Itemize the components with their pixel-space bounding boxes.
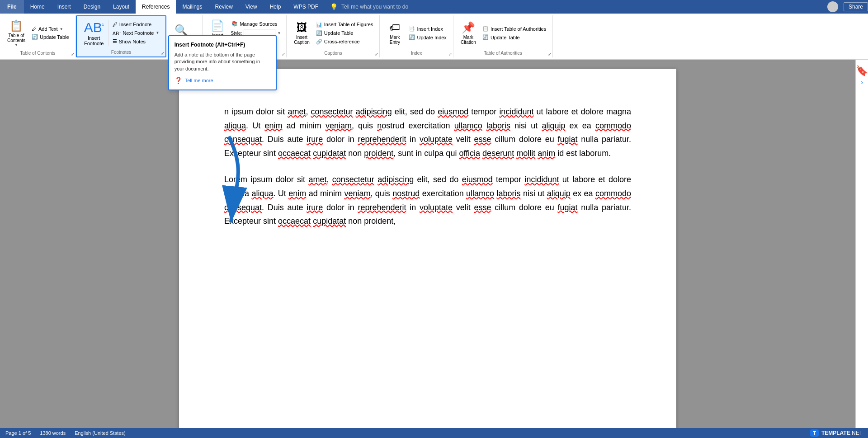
- toc-group-label: Table of Contents: [20, 49, 55, 56]
- insert-caption-button[interactable]: 🖼 InsertCaption: [290, 17, 313, 49]
- insert-citation-icon: 📄: [211, 19, 224, 32]
- tab-home[interactable]: Home: [24, 0, 51, 14]
- tab-help[interactable]: Help: [264, 0, 288, 14]
- toa-group-label: Table of Authorities: [484, 49, 522, 56]
- toc-col: 📋 Table ofContents ▼: [4, 17, 29, 49]
- toc-expand-button[interactable]: ⤢: [71, 52, 75, 57]
- captions-group-label: Captions: [324, 49, 342, 56]
- toc-group-inner: 📋 Table ofContents ▼ 🖊 Add Text ▼ 🔄: [4, 17, 72, 49]
- toa-side-col: 📋 Insert Table of Authorities 🔄 Update T…: [480, 17, 549, 49]
- help-circle-icon: ❓: [175, 77, 182, 84]
- next-footnote-button[interactable]: AB↓ Next Footnote ▼: [110, 29, 162, 37]
- update-table-toa-icon: 🔄: [482, 34, 489, 40]
- show-notes-button[interactable]: ☰ Show Notes: [110, 38, 162, 45]
- add-text-icon: 🖊: [32, 26, 37, 32]
- tab-layout[interactable]: Layout: [107, 0, 136, 14]
- brand-name: TEMPLATE.NET: [821, 430, 863, 436]
- right-sidebar: 🔖 ›: [855, 60, 868, 428]
- insert-tof-label: Insert Table of Figures: [324, 22, 373, 27]
- insert-index-icon: 📑: [409, 26, 415, 32]
- next-footnote-label: Next Footnote: [123, 30, 154, 36]
- share-button[interactable]: Share: [844, 2, 868, 11]
- insert-toa-button[interactable]: 📋 Insert Table of Authorities: [480, 25, 549, 33]
- tab-insert[interactable]: Insert: [51, 0, 77, 14]
- insert-index-button[interactable]: 📑 Insert Index: [406, 25, 449, 33]
- insert-tof-icon: 📊: [316, 22, 322, 28]
- tab-wpspdf[interactable]: WPS PDF: [287, 0, 325, 14]
- tab-view[interactable]: View: [239, 0, 264, 14]
- add-text-button[interactable]: 🖊 Add Text ▼: [29, 25, 72, 33]
- word-count: 1380 words: [40, 430, 66, 436]
- footnotes-expand-button[interactable]: ⤢: [161, 51, 165, 56]
- captions-side-col: 📊 Insert Table of Figures 🔄 Update Table…: [313, 17, 376, 49]
- tab-review[interactable]: Review: [208, 0, 239, 14]
- insert-toa-icon: 📋: [482, 26, 489, 32]
- menu-bar-right: Share: [827, 0, 868, 14]
- manage-sources-button[interactable]: 📚 Manage Sources: [229, 20, 283, 28]
- doc-paragraph-2: Lorem ipsum dolor sit amet, consectetur …: [224, 173, 631, 228]
- next-footnote-icon: AB↓: [113, 30, 121, 36]
- document-scroll-area[interactable]: n ipsum dolor sit amet, consectetur adip…: [0, 60, 855, 428]
- update-table-toc-button[interactable]: 🔄 Update Table: [29, 33, 72, 41]
- table-of-contents-button[interactable]: 📋 Table ofContents ▼: [4, 18, 29, 49]
- insert-footnote-large-btn[interactable]: AB¹ InsertFootnote: [80, 18, 108, 48]
- status-bar-right: T TEMPLATE.NET: [810, 429, 863, 437]
- tooltip-link-label: Tell me more: [185, 78, 213, 83]
- ribbon: 📋 Table ofContents ▼ 🖊 Add Text ▼ 🔄: [0, 14, 868, 60]
- insert-endnote-button[interactable]: 🖊 Insert Endnote: [110, 21, 162, 28]
- mark-entry-button[interactable]: 🏷 MarkEntry: [383, 17, 406, 49]
- update-index-button[interactable]: 🔄 Update Index: [406, 33, 449, 41]
- update-index-label: Update Index: [417, 35, 446, 40]
- captions-expand-button[interactable]: ⤢: [375, 52, 378, 57]
- insert-index-label: Insert Index: [417, 26, 443, 32]
- add-text-label: Add Text: [38, 26, 58, 32]
- status-bar: Page 1 of 5 1380 words English (United S…: [0, 428, 868, 438]
- tooltip-description: Add a note at the bottom of the page pro…: [175, 52, 270, 72]
- mark-citation-label: MarkCitation: [461, 35, 476, 45]
- manage-sources-label: Manage Sources: [240, 21, 277, 27]
- search-icon: 🔍: [175, 24, 188, 37]
- style-dropdown-arrow: ▼: [277, 31, 281, 35]
- cross-reference-icon: 🔗: [316, 39, 322, 45]
- tab-mailings[interactable]: Mailings: [176, 0, 208, 14]
- sidebar-chevron-right[interactable]: ›: [861, 79, 863, 86]
- bookmark-icon[interactable]: 🔖: [856, 65, 868, 77]
- index-group-inner: 🏷 MarkEntry 📑 Insert Index 🔄 Update Inde…: [383, 17, 449, 49]
- insert-endnote-label: Insert Endnote: [119, 22, 152, 27]
- footnotes-group-inner: AB¹ InsertFootnote 🖊 Insert Endnote AB↓ …: [80, 18, 162, 48]
- insert-footnote-icon: AB¹: [84, 20, 104, 35]
- tooltip-link[interactable]: ❓ Tell me more: [175, 77, 270, 84]
- mark-citation-icon: 📌: [462, 21, 475, 34]
- mark-citation-button[interactable]: 📌 MarkCitation: [457, 17, 480, 49]
- document-page[interactable]: n ipsum dolor sit amet, consectetur adip…: [179, 69, 676, 428]
- citations-expand-button[interactable]: ⤢: [282, 52, 285, 57]
- tab-bar: File Home Insert Design Layout Reference…: [0, 0, 868, 14]
- toa-expand-button[interactable]: ⤢: [548, 52, 552, 57]
- add-text-arrow: ▼: [60, 27, 63, 31]
- mark-entry-label: MarkEntry: [390, 35, 400, 45]
- app-window: File Home Insert Design Layout Reference…: [0, 0, 868, 438]
- tab-design[interactable]: Design: [77, 0, 107, 14]
- show-notes-label: Show Notes: [119, 39, 146, 44]
- tell-me-input[interactable]: [341, 4, 432, 10]
- update-table-toa-button[interactable]: 🔄 Update Table: [480, 33, 549, 41]
- tab-file[interactable]: File: [0, 0, 24, 14]
- group-captions: 🖼 InsertCaption 📊 Insert Table of Figure…: [287, 15, 380, 57]
- insert-tof-button[interactable]: 📊 Insert Table of Figures: [313, 21, 376, 28]
- cross-reference-button[interactable]: 🔗 Cross-reference: [313, 38, 376, 46]
- toa-group-inner: 📌 MarkCitation 📋 Insert Table of Authori…: [457, 17, 549, 49]
- update-table-toc-label: Update Table: [40, 34, 69, 40]
- group-toa: 📌 MarkCitation 📋 Insert Table of Authori…: [453, 15, 553, 57]
- group-footnotes: AB¹ InsertFootnote 🖊 Insert Endnote AB↓ …: [76, 15, 167, 57]
- doc-paragraph-1: n ipsum dolor sit amet, consectetur adip…: [224, 105, 631, 160]
- index-side-col: 📑 Insert Index 🔄 Update Index: [406, 17, 449, 49]
- language: English (United States): [75, 430, 126, 436]
- update-index-icon: 🔄: [409, 34, 415, 40]
- index-expand-button[interactable]: ⤢: [448, 52, 452, 57]
- tell-me-bar: 💡: [325, 0, 827, 14]
- page-info: Page 1 of 5: [5, 430, 31, 436]
- tooltip-popup: Insert Footnote (Alt+Ctrl+F) Add a note …: [168, 35, 277, 90]
- update-table-captions-button[interactable]: 🔄 Update Table: [313, 29, 376, 37]
- tab-references[interactable]: References: [136, 0, 176, 14]
- toc-label: Table ofContents: [7, 33, 25, 43]
